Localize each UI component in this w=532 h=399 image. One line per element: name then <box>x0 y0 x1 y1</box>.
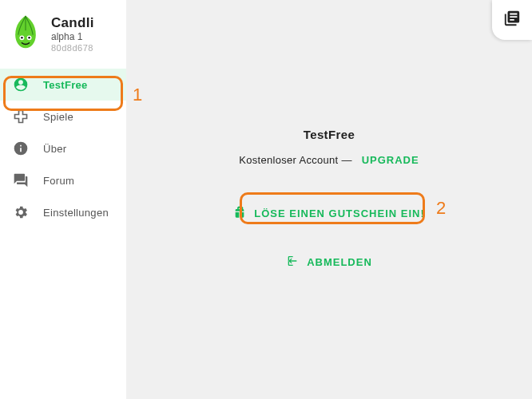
sidebar-item-label: Spiele <box>43 111 73 123</box>
app-logo-icon <box>8 14 43 49</box>
brand-block: Candli alpha 1 80d8d678 <box>0 6 126 65</box>
account-line: Kostenloser Account — UPGRADE <box>239 154 419 166</box>
upgrade-link[interactable]: UPGRADE <box>362 154 419 166</box>
sidebar-item-label: Forum <box>43 175 74 187</box>
redeem-label: LÖSE EINEN GUTSCHEIN EIN! <box>254 207 425 219</box>
sidebar-item-label: Einstellungen <box>43 207 109 219</box>
svg-point-2 <box>21 37 23 39</box>
sidebar: Candli alpha 1 80d8d678 TestFree Spiele … <box>0 0 126 399</box>
sidebar-item-label: TestFree <box>43 79 88 91</box>
main-content: TestFree Kostenloser Account — UPGRADE L… <box>126 0 532 399</box>
logout-label: ABMELDEN <box>307 256 372 268</box>
account-type-label: Kostenloser Account <box>239 154 338 166</box>
svg-point-3 <box>28 37 30 39</box>
brand-text: Candli alpha 1 80d8d678 <box>51 14 94 54</box>
games-icon <box>13 109 29 124</box>
sidebar-item-about[interactable]: Über <box>0 132 126 164</box>
info-icon <box>13 140 29 156</box>
redeem-voucher-button[interactable]: LÖSE EINEN GUTSCHEIN EIN! <box>224 200 435 227</box>
settings-icon <box>13 204 29 220</box>
sidebar-item-forum[interactable]: Forum <box>0 164 126 196</box>
brand-name: Candli <box>51 14 94 31</box>
library-icon <box>503 10 521 30</box>
dash: — <box>341 154 351 166</box>
logout-icon <box>286 255 299 270</box>
brand-hash: 80d8d678 <box>51 43 94 54</box>
sidebar-nav: TestFree Spiele Über Forum Einstellungen <box>0 65 126 228</box>
sidebar-item-account[interactable]: TestFree <box>0 69 126 101</box>
brand-version: alpha 1 <box>51 31 94 43</box>
sidebar-item-settings[interactable]: Einstellungen <box>0 196 126 228</box>
forum-icon <box>13 172 29 188</box>
logout-button[interactable]: ABMELDEN <box>286 255 372 270</box>
gift-icon <box>233 206 246 221</box>
sidebar-item-games[interactable]: Spiele <box>0 101 126 132</box>
account-icon <box>13 77 29 93</box>
sidebar-item-label: Über <box>43 143 66 155</box>
corner-library-button[interactable] <box>492 0 532 40</box>
profile-username: TestFree <box>304 128 355 141</box>
